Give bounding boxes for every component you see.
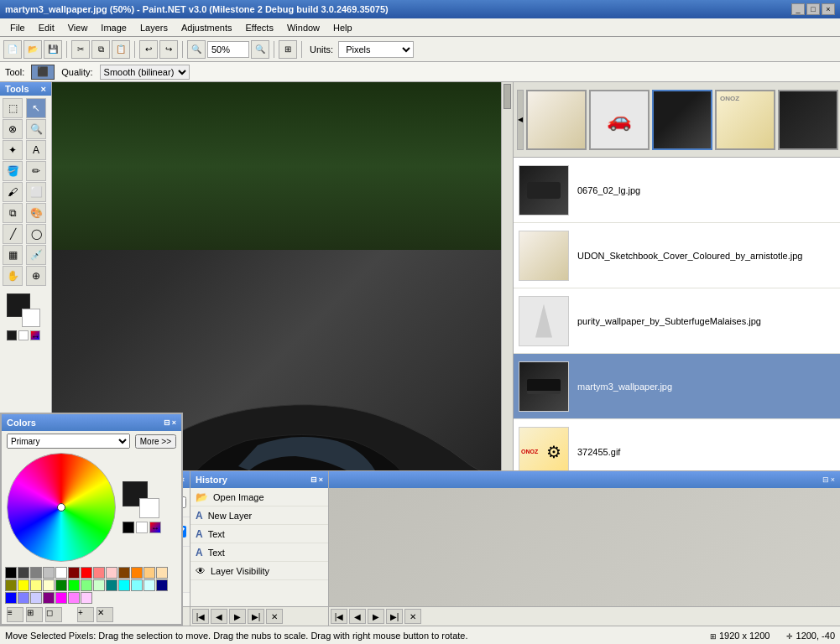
palette-teal[interactable] bbox=[106, 579, 117, 591]
thumbnail-item-5[interactable] bbox=[778, 90, 838, 150]
zoom-in-button[interactable]: 🔍 bbox=[251, 40, 269, 59]
window-controls[interactable]: _ □ × bbox=[791, 3, 835, 15]
color-dot-black[interactable] bbox=[7, 330, 17, 340]
tool-eyedropper[interactable]: 💉 bbox=[26, 245, 46, 265]
thumbnail-item-2[interactable]: 🚗 bbox=[589, 90, 650, 150]
image-row-1[interactable]: 0676_02_lg.jpg bbox=[514, 158, 840, 223]
palette-lightorange[interactable] bbox=[143, 567, 155, 579]
palette-lightmagenta[interactable] bbox=[68, 592, 80, 604]
quality-select[interactable]: Smooth (bilinear) Nearest neighbor Best … bbox=[100, 65, 190, 80]
grid-button[interactable]: ⊞ bbox=[279, 40, 297, 59]
extra-btn-4[interactable]: ▶| bbox=[386, 609, 403, 624]
palette-lightcyan[interactable] bbox=[131, 579, 143, 591]
history-prev-button[interactable]: ◀ bbox=[211, 609, 227, 624]
palette-yellow[interactable] bbox=[18, 579, 29, 591]
tool-gradient[interactable]: ▦ bbox=[3, 245, 23, 265]
copy-button[interactable]: ⧉ bbox=[91, 40, 110, 59]
palette-white[interactable] bbox=[55, 567, 67, 579]
menu-help[interactable]: Help bbox=[326, 21, 359, 34]
history-row-1[interactable]: 📂 Open Image bbox=[190, 488, 328, 506]
tool-text[interactable]: A bbox=[26, 140, 46, 160]
swap-colors-dot[interactable]: ↔ bbox=[149, 522, 161, 533]
palette-gray[interactable] bbox=[30, 567, 42, 579]
thumb-prev-button[interactable]: ◀ bbox=[517, 90, 524, 150]
image-row-2[interactable]: UDON_Sketchbook_Cover_Coloured_by_arnist… bbox=[514, 223, 840, 288]
colors-resize-icon[interactable]: ⊟ bbox=[164, 418, 170, 427]
palette-orange[interactable] bbox=[131, 567, 143, 579]
save-button[interactable]: 💾 bbox=[44, 40, 62, 59]
history-row-4[interactable]: A Text bbox=[190, 543, 328, 562]
history-clear-button[interactable]: ✕ bbox=[266, 609, 283, 624]
redo-button[interactable]: ↪ bbox=[159, 40, 178, 59]
reset-black-dot[interactable] bbox=[123, 522, 134, 533]
zoom-input[interactable]: 50% bbox=[207, 41, 249, 58]
color-wheel[interactable] bbox=[7, 453, 116, 562]
undo-button[interactable]: ↩ bbox=[139, 40, 158, 59]
paste-button[interactable]: 📋 bbox=[112, 40, 130, 59]
palette-black[interactable] bbox=[5, 567, 17, 579]
palette-navy[interactable] bbox=[156, 579, 168, 591]
colors-btn-5[interactable]: ✕ bbox=[97, 607, 113, 622]
tool-brush[interactable]: 🖌 bbox=[3, 182, 23, 202]
menu-window[interactable]: Window bbox=[280, 21, 326, 34]
colors-mode-select[interactable]: Primary Secondary bbox=[7, 434, 130, 449]
thumbnail-item-1[interactable] bbox=[526, 90, 587, 150]
extra-btn-2[interactable]: ◀ bbox=[349, 609, 366, 624]
palette-paleblue[interactable] bbox=[30, 592, 42, 604]
scrollbar-thumb-v[interactable] bbox=[503, 84, 511, 109]
thumbnail-item-4[interactable]: ONOZ bbox=[715, 90, 775, 150]
thumbnail-item-3[interactable] bbox=[652, 90, 712, 150]
menu-layers[interactable]: Layers bbox=[133, 21, 175, 34]
tool-zoom[interactable]: 🔍 bbox=[26, 119, 46, 139]
zoom-out-button[interactable]: 🔍 bbox=[187, 40, 206, 59]
extra-btn-3[interactable]: ▶ bbox=[368, 609, 384, 624]
tool-line[interactable]: ╱ bbox=[3, 224, 23, 244]
colors-btn-4[interactable]: + bbox=[77, 607, 94, 622]
palette-brown[interactable] bbox=[118, 567, 130, 579]
history-row-2[interactable]: A New Layer bbox=[190, 506, 328, 525]
history-close-icon[interactable]: × bbox=[319, 475, 323, 484]
tool-shapes[interactable]: ◯ bbox=[26, 224, 46, 244]
history-next-button[interactable]: ▶ bbox=[229, 609, 246, 624]
extra-resize-icon[interactable]: ⊟ bbox=[822, 475, 829, 484]
extra-btn-1[interactable]: |◀ bbox=[331, 609, 347, 624]
colors-close-icon[interactable]: × bbox=[172, 418, 176, 427]
units-select[interactable]: Pixels Inches Centimeters bbox=[338, 41, 414, 58]
secondary-color-swatch[interactable] bbox=[22, 309, 40, 327]
tool-paint-bucket[interactable]: 🪣 bbox=[3, 161, 23, 181]
palette-darkolive[interactable] bbox=[5, 579, 17, 591]
color-dot-white[interactable] bbox=[18, 330, 29, 340]
colors-btn-1[interactable]: ≡ bbox=[7, 607, 23, 622]
palette-lightgray[interactable] bbox=[43, 567, 55, 579]
maximize-button[interactable]: □ bbox=[806, 3, 820, 15]
palette-palecyan[interactable] bbox=[143, 579, 155, 591]
tool-extra[interactable]: ⊕ bbox=[26, 266, 46, 286]
image-row-3[interactable]: purity_wallpaper_by_SubterfugeMalaises.j… bbox=[514, 288, 840, 354]
secondary-swatch[interactable] bbox=[139, 498, 159, 518]
history-row-3[interactable]: A Text bbox=[190, 525, 328, 543]
palette-lightgreen[interactable] bbox=[81, 579, 92, 591]
palette-green[interactable] bbox=[68, 579, 80, 591]
palette-cyan[interactable] bbox=[118, 579, 130, 591]
palette-peach[interactable] bbox=[156, 567, 168, 579]
tool-lasso[interactable]: ⊗ bbox=[3, 119, 23, 139]
tool-eraser[interactable]: ⬜ bbox=[26, 182, 46, 202]
menu-file[interactable]: File bbox=[3, 21, 32, 34]
tools-close-icon[interactable]: × bbox=[41, 84, 46, 94]
extra-close-icon[interactable]: × bbox=[831, 475, 835, 484]
palette-purple[interactable] bbox=[43, 592, 55, 604]
minimize-button[interactable]: _ bbox=[791, 3, 805, 15]
new-button[interactable]: 📄 bbox=[3, 40, 22, 59]
palette-red[interactable] bbox=[81, 567, 92, 579]
colors-btn-3[interactable]: ◻ bbox=[45, 607, 62, 622]
image-row-4[interactable]: martym3_wallpaper.jpg bbox=[514, 354, 840, 419]
history-resize-icon[interactable]: ⊟ bbox=[310, 475, 317, 484]
palette-blue[interactable] bbox=[5, 592, 17, 604]
tool-pan[interactable]: ✋ bbox=[3, 266, 23, 286]
palette-lightred[interactable] bbox=[93, 567, 105, 579]
palette-darkgreen[interactable] bbox=[55, 579, 67, 591]
color-dot-swap[interactable]: ↔ bbox=[30, 330, 40, 340]
open-button[interactable]: 📂 bbox=[23, 40, 42, 59]
palette-pink[interactable] bbox=[106, 567, 117, 579]
tool-move[interactable]: ↖ bbox=[26, 98, 46, 118]
